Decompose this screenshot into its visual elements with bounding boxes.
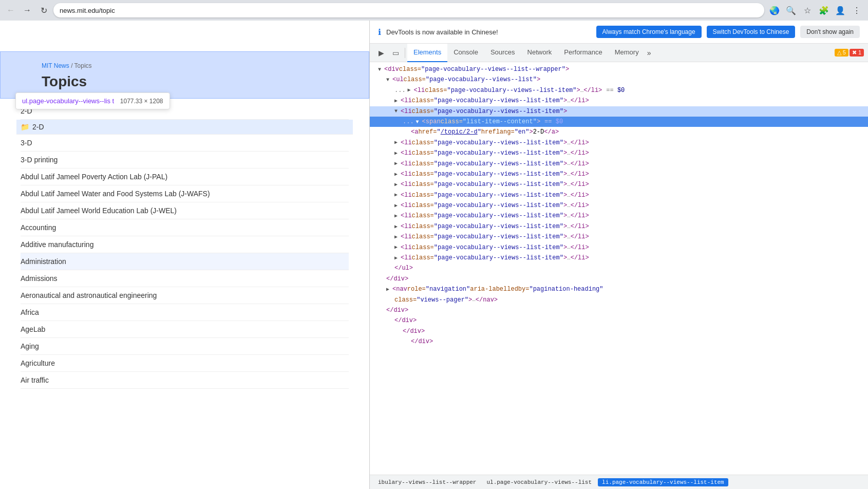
expand-icon[interactable]: ▶ (394, 138, 400, 147)
element-line[interactable]: class="views--pager"> … </nav> (370, 295, 868, 305)
element-line[interactable]: ... ▶ <li class="page-vocabulary--views-… (370, 85, 868, 96)
element-line[interactable]: ... ▼ <span class="list-item--content"> … (370, 117, 868, 127)
address-bar[interactable] (53, 3, 764, 17)
tooltip-dimensions: 1077.33 × 1208 (120, 98, 163, 105)
list-item[interactable]: AgeLab (21, 321, 349, 338)
expand-icon[interactable]: ▶ (394, 97, 400, 105)
element-line[interactable]: </div> (370, 305, 868, 315)
element-line[interactable]: ▶ <li class="page-vocabulary--views--lis… (370, 200, 868, 211)
element-line[interactable]: </div> (370, 336, 868, 347)
back-button[interactable]: ← (4, 4, 17, 17)
breadcrumb-home[interactable]: MIT News (42, 62, 69, 69)
expand-icon[interactable]: ▶ (394, 212, 400, 220)
refresh-button[interactable]: ↻ (37, 4, 50, 17)
tab-network[interactable]: Network (521, 44, 558, 62)
expand-icon[interactable]: ▶ (408, 86, 413, 95)
devtools-panel: ℹ DevTools is now available in Chinese! … (370, 21, 868, 489)
list-item[interactable]: 3-D printing (21, 152, 349, 168)
expand-icon[interactable]: ▶ (386, 285, 391, 294)
three-dots[interactable]: ... (394, 85, 406, 96)
tab-performance[interactable]: Performance (558, 44, 608, 62)
element-line[interactable]: ▶ <li class="page-vocabulary--views--lis… (370, 190, 868, 200)
element-line[interactable]: ▼ <div class="page-vocabulary--views--li… (370, 64, 868, 74)
expand-icon[interactable]: ▶ (394, 222, 400, 231)
three-dots[interactable]: ... (403, 117, 414, 127)
expand-icon[interactable]: ▶ (394, 243, 400, 252)
profile-icon[interactable]: 👤 (833, 3, 847, 17)
expand-icon[interactable]: ▶ (394, 159, 400, 168)
error-badge: ✖ 1 (850, 49, 864, 57)
expand-icon[interactable]: ▶ (394, 191, 400, 199)
list-item[interactable]: Abdul Latif Jameel Poverty Action Lab (J… (21, 168, 349, 185)
element-tooltip: ul.page-vocabulary--views--lis t 1077.33… (15, 92, 170, 109)
switch-language-button[interactable]: Switch DevTools to Chinese (707, 26, 796, 38)
element-line[interactable]: </div> (370, 274, 868, 284)
expand-icon[interactable]: ▶ (394, 149, 400, 158)
breadcrumb-item-active[interactable]: li.page-vocabulary--views--list-item (598, 478, 728, 486)
element-line[interactable]: </div> (370, 326, 868, 336)
list-item[interactable]: Abdul Latif Jameel Water and Food System… (21, 185, 349, 202)
device-toolbar-icon[interactable]: ▭ (388, 46, 403, 60)
list-item[interactable]: Administration (21, 253, 349, 270)
element-line[interactable]: ▶ <nav role="navigation" aria-labelledby… (370, 284, 868, 294)
expand-icon[interactable]: ▶ (394, 180, 400, 189)
element-line[interactable]: ▼ <ul class="page-vocabulary--views--lis… (370, 74, 868, 85)
list-item[interactable]: Air traffic (21, 372, 349, 389)
tab-memory[interactable]: Memory (609, 44, 645, 62)
tab-console[interactable]: Console (447, 44, 484, 62)
element-line[interactable]: </ul> (370, 263, 868, 273)
list-item[interactable]: Accounting (21, 219, 349, 236)
tab-elements[interactable]: Elements (407, 44, 447, 62)
expand-icon[interactable]: ▶ (394, 170, 400, 179)
breadcrumb-item[interactable]: ibulary--views--list--wrapper (374, 478, 480, 486)
list-item[interactable]: Admissions (21, 270, 349, 287)
warning-badge: △ 5 (835, 49, 848, 57)
list-item[interactable]: 📁 2-D (16, 120, 353, 135)
element-line[interactable]: ▶ <li class="page-vocabulary--views--lis… (370, 148, 868, 158)
expand-icon[interactable]: ▼ (394, 107, 400, 116)
extension-icon[interactable]: 🧩 (817, 3, 831, 17)
element-line[interactable]: ▶ <li class="page-vocabulary--views--lis… (370, 179, 868, 190)
inspect-element-icon[interactable]: ▶ (374, 46, 388, 60)
notification-text: DevTools is now available in Chinese! (386, 28, 591, 36)
expand-icon[interactable]: ▼ (386, 76, 391, 84)
expand-icon[interactable]: ▼ (378, 65, 383, 74)
list-item[interactable]: 3-D (21, 135, 349, 152)
list-item[interactable]: Agriculture (21, 355, 349, 372)
list-item[interactable]: Africa (21, 304, 349, 321)
element-line[interactable]: ▶ <li class="page-vocabulary--views--lis… (370, 96, 868, 106)
list-item[interactable]: Abdul Latif Jameel World Education Lab (… (21, 202, 349, 219)
element-line[interactable]: <a href="/topic/2-d" hreflang="en">2-D</… (370, 127, 868, 137)
element-line[interactable]: ▶ <li class="page-vocabulary--views--lis… (370, 242, 868, 253)
element-line[interactable]: ▶ <li class="page-vocabulary--views--lis… (370, 253, 868, 263)
match-language-button[interactable]: Always match Chrome's language (596, 26, 702, 38)
element-line[interactable]: ▶ <li class="page-vocabulary--views--lis… (370, 211, 868, 221)
devtools-tabs: ▶ ▭ Elements Console Sources Network Per… (370, 44, 868, 62)
tabs-overflow-button[interactable]: » (645, 44, 653, 62)
element-line[interactable]: ▶ <li class="page-vocabulary--views--lis… (370, 138, 868, 148)
element-line[interactable]: ▶ <li class="page-vocabulary--views--lis… (370, 232, 868, 242)
dismiss-button[interactable]: Don't show again (800, 26, 860, 38)
highlighted-ul: MIT News / Topics Topics (0, 51, 369, 99)
list-item[interactable]: Aging (21, 338, 349, 355)
element-line[interactable]: ▶ <li class="page-vocabulary--views--lis… (370, 169, 868, 179)
element-line[interactable]: ▶ <li class="page-vocabulary--views--lis… (370, 159, 868, 169)
element-line[interactable]: ▶ <li class="page-vocabulary--views--lis… (370, 221, 868, 232)
menu-icon[interactable]: ⋮ (850, 3, 864, 17)
expand-icon[interactable]: ▶ (394, 201, 400, 210)
zoom-icon[interactable]: 🔍 (784, 3, 798, 17)
element-line[interactable]: ▼ <li class="page-vocabulary--views--lis… (370, 106, 868, 117)
expand-icon[interactable]: ▶ (394, 254, 400, 262)
devtools-elements[interactable]: ▼ <div class="page-vocabulary--views--li… (370, 62, 868, 475)
tooltip-box: ul.page-vocabulary--views--lis t 1077.33… (15, 92, 170, 109)
list-item[interactable]: Aeronautical and astronautical engineeri… (21, 287, 349, 304)
bookmark-icon[interactable]: ☆ (800, 3, 815, 17)
tab-sources[interactable]: Sources (484, 44, 521, 62)
breadcrumb-item[interactable]: ul.page-vocabulary--views--list (482, 478, 596, 486)
expand-icon[interactable]: ▼ (416, 118, 421, 126)
translate-icon[interactable]: 🌏 (767, 3, 782, 17)
list-item[interactable]: Additive manufacturing (21, 236, 349, 253)
element-line[interactable]: </div> (370, 315, 868, 326)
forward-button[interactable]: → (21, 4, 34, 17)
expand-icon[interactable]: ▶ (394, 233, 400, 241)
